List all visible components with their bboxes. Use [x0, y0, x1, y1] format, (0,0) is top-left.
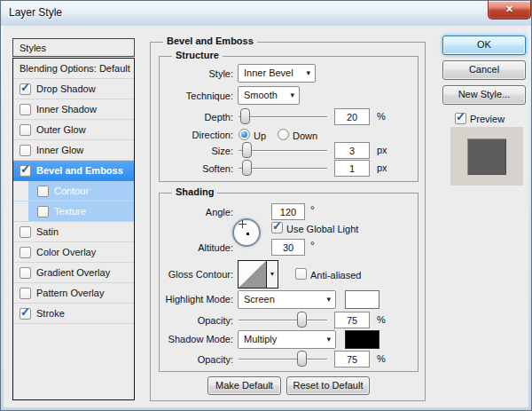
sidebar-item-label: Satin	[36, 226, 59, 237]
checkbox-unchecked-icon[interactable]	[20, 104, 31, 115]
shadow-opacity-slider-thumb[interactable]	[297, 351, 307, 367]
sidebar-item-pattern-overlay[interactable]: Pattern Overlay	[13, 283, 134, 304]
angle-input[interactable]	[271, 203, 305, 220]
checkbox-unchecked-icon[interactable]	[37, 186, 49, 197]
sidebar-item-outer-glow[interactable]: Outer Glow	[13, 120, 134, 140]
highlight-mode-dropdown[interactable]: Screen ▾	[238, 290, 336, 309]
soften-input[interactable]	[334, 160, 370, 177]
sidebar-item-gradient-overlay[interactable]: Gradient Overlay	[13, 263, 134, 283]
shadow-color-swatch[interactable]	[345, 330, 379, 349]
checkbox-unchecked-icon[interactable]	[20, 247, 31, 258]
style-label: Style:	[145, 67, 233, 80]
altitude-input[interactable]	[271, 239, 305, 256]
size-slider[interactable]	[239, 142, 327, 159]
technique-label: Technique:	[145, 90, 233, 102]
use-global-light-checkbox[interactable]: ✓	[271, 222, 283, 233]
direction-up-label: Up	[254, 130, 266, 142]
highlight-opacity-label: Opacity:	[145, 314, 233, 327]
preview-panel	[450, 127, 523, 186]
sidebar-item-contour[interactable]: Contour	[13, 181, 134, 202]
depth-slider-thumb[interactable]	[240, 108, 250, 124]
preview-checkbox[interactable]: ✓	[455, 113, 466, 124]
technique-dropdown-value: Smooth	[244, 90, 278, 100]
angle-unit: °	[310, 204, 315, 217]
style-dropdown-value: Inner Bevel	[244, 67, 293, 78]
sidebar-item-color-overlay[interactable]: Color Overlay	[13, 242, 134, 263]
checkbox-checked-icon[interactable]: ✓	[20, 165, 31, 177]
highlight-opacity-unit: %	[377, 314, 386, 325]
shadow-opacity-label: Opacity:	[145, 353, 233, 366]
shadow-mode-label: Shadow Mode:	[145, 333, 233, 345]
soften-slider[interactable]	[239, 160, 327, 177]
soften-slider-thumb[interactable]	[242, 160, 252, 176]
sidebar-item-label: Drop Shadow	[36, 83, 96, 94]
structure-title: Structure	[172, 50, 223, 60]
title-bar[interactable]: Layer Style ✕	[1, 1, 531, 26]
sidebar-item-texture[interactable]: Texture	[13, 202, 134, 222]
make-default-button[interactable]: Make Default	[207, 376, 281, 395]
preview-label: Preview	[470, 113, 505, 125]
checkbox-unchecked-icon[interactable]	[20, 145, 31, 156]
preview-thumbnail	[467, 138, 506, 175]
chevron-down-icon[interactable]: ▾	[267, 261, 278, 288]
altitude-unit: °	[310, 240, 315, 252]
anti-aliased-checkbox[interactable]	[295, 268, 307, 280]
chevron-down-icon: ▾	[326, 331, 331, 348]
checkbox-checked-icon[interactable]: ✓	[20, 83, 31, 95]
checkbox-unchecked-icon[interactable]	[20, 124, 31, 136]
altitude-label: Altitude:	[145, 241, 233, 254]
checkbox-unchecked-icon[interactable]	[37, 206, 49, 217]
sidebar-item-label: Inner Glow	[36, 145, 83, 155]
direction-label: Direction:	[145, 129, 233, 141]
checkbox-checked-icon[interactable]: ✓	[20, 308, 31, 320]
highlight-opacity-slider[interactable]	[239, 312, 327, 328]
close-button[interactable]: ✕	[488, 1, 531, 20]
style-dropdown[interactable]: Inner Bevel ▾	[238, 64, 316, 83]
panel-title: Bevel and Emboss	[163, 36, 257, 46]
size-slider-thumb[interactable]	[242, 142, 252, 158]
depth-slider[interactable]	[239, 108, 327, 125]
sidebar-item-blending-options[interactable]: Blending Options: Default	[13, 59, 134, 79]
highlight-opacity-slider-thumb[interactable]	[297, 312, 307, 328]
styles-header-label: Styles	[20, 43, 46, 53]
sidebar-item-label: Color Overlay	[36, 247, 96, 257]
anti-aliased-label: Anti-aliased	[310, 269, 361, 281]
cancel-button[interactable]: Cancel	[442, 60, 526, 80]
soften-label: Soften:	[145, 162, 233, 175]
sidebar-item-inner-shadow[interactable]: Inner Shadow	[13, 99, 134, 120]
size-label: Size:	[145, 145, 233, 157]
direction-up-radio[interactable]	[239, 129, 250, 140]
sidebar-item-drop-shadow[interactable]: ✓ Drop Shadow	[13, 79, 134, 99]
direction-down-label: Down	[293, 130, 317, 142]
checkbox-unchecked-icon[interactable]	[20, 226, 31, 238]
size-input[interactable]	[334, 142, 370, 159]
checkbox-unchecked-icon[interactable]	[20, 267, 31, 279]
depth-label: Depth:	[145, 111, 233, 123]
reset-to-default-button[interactable]: Reset to Default	[286, 376, 370, 395]
highlight-opacity-input[interactable]	[334, 312, 370, 328]
window-title: Layer Style	[9, 6, 62, 19]
sidebar-item-label: Pattern Overlay	[36, 288, 104, 298]
direction-down-radio[interactable]	[278, 129, 289, 140]
angle-dial[interactable]	[232, 218, 261, 247]
shadow-mode-dropdown[interactable]: Multiply ▾	[238, 330, 336, 349]
gloss-contour-picker[interactable]: ▾	[238, 260, 278, 288]
highlight-color-swatch[interactable]	[345, 290, 379, 309]
sidebar-item-stroke[interactable]: ✓ Stroke	[13, 304, 134, 324]
shadow-opacity-input[interactable]	[334, 351, 370, 368]
chevron-down-icon: ▾	[290, 87, 294, 104]
technique-dropdown[interactable]: Smooth ▾	[238, 86, 300, 105]
angle-dial-crosshair-icon[interactable]	[239, 220, 246, 228]
new-style-button[interactable]: New Style...	[442, 85, 526, 105]
shadow-mode-value: Multiply	[244, 334, 277, 344]
sidebar-item-bevel-and-emboss[interactable]: ✓ Bevel and Emboss	[13, 161, 134, 181]
sidebar-item-satin[interactable]: Satin	[13, 222, 134, 242]
ok-button[interactable]: OK	[442, 36, 526, 55]
gloss-contour-thumbnail-icon	[239, 261, 267, 288]
shadow-opacity-slider[interactable]	[239, 351, 327, 368]
sidebar-item-inner-glow[interactable]: Inner Glow	[13, 140, 134, 161]
checkbox-unchecked-icon[interactable]	[20, 288, 31, 299]
sidebar-item-label: Inner Shadow	[36, 104, 97, 115]
shading-title: Shading	[172, 186, 217, 197]
depth-input[interactable]	[334, 108, 370, 125]
